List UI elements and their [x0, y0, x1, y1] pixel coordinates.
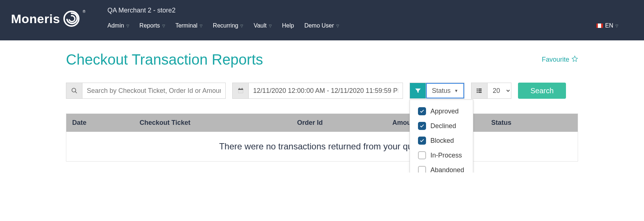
date-range-input[interactable]: [249, 83, 403, 98]
title-row: Checkout Transaction Reports Favourite: [66, 51, 578, 68]
brand-name: Moneris: [11, 12, 60, 26]
nav-vault[interactable]: Vault▽: [253, 22, 271, 29]
chevron-down-icon: ▽: [200, 24, 203, 28]
nav-help[interactable]: Help: [282, 22, 294, 29]
svg-rect-9: [478, 88, 482, 90]
chevron-down-icon: ▽: [162, 24, 165, 28]
nav-reports-label: Reports: [140, 22, 160, 29]
checkbox-icon: [418, 151, 426, 159]
results-table: Date Checkout Ticket Order Id Amount Sta…: [66, 113, 578, 162]
checkbox-icon: [418, 137, 426, 145]
search-button[interactable]: Search: [518, 83, 566, 99]
status-option-label: In-Process: [430, 152, 462, 159]
chevron-down-icon: ▽: [615, 24, 618, 28]
filter-bar: Status ▼ ApprovedDeclinedBlockedIn-Proce…: [66, 83, 578, 99]
app-header: Moneris ® QA Merchant 2 - store2 Admin▽ …: [0, 0, 644, 40]
page-title: Checkout Transaction Reports: [66, 51, 263, 68]
status-option-label: Blocked: [430, 137, 454, 145]
svg-point-1: [72, 88, 76, 92]
th-date: Date: [72, 119, 140, 127]
flag-icon: [596, 23, 603, 28]
store-name: QA Merchant 2 - store2: [107, 7, 633, 14]
svg-rect-11: [478, 90, 482, 91]
status-option-label: Approved: [430, 108, 459, 115]
nav-recurring[interactable]: Recurring▽: [213, 22, 243, 29]
status-option[interactable]: Approved: [418, 107, 465, 115]
status-option-label: Abandoned: [430, 166, 464, 173]
search-input[interactable]: [82, 83, 225, 98]
favourite-label: Favourite: [542, 56, 569, 64]
status-dropdown-menu: ApprovedDeclinedBlockedIn-ProcessAbandon…: [410, 99, 473, 173]
chevron-down-icon: ▽: [240, 24, 243, 28]
svg-rect-13: [478, 92, 482, 93]
svg-rect-8: [477, 88, 478, 90]
favourite-link[interactable]: Favourite: [542, 55, 578, 64]
th-ticket: Checkout Ticket: [140, 119, 297, 127]
nav-reports[interactable]: Reports▽: [140, 22, 165, 29]
checkbox-icon: [418, 122, 426, 130]
swirl-icon: [63, 10, 80, 27]
nav-terminal-label: Terminal: [175, 22, 197, 29]
language-selector[interactable]: EN ▽: [596, 22, 618, 29]
nav-help-label: Help: [282, 22, 294, 29]
brand-logo: Moneris ®: [11, 10, 85, 27]
svg-rect-5: [238, 90, 243, 93]
chevron-down-icon: ▽: [126, 24, 129, 28]
registered-icon: ®: [83, 10, 85, 14]
search-icon: [66, 83, 82, 98]
status-option[interactable]: Abandoned: [418, 166, 465, 173]
calendar-icon: [233, 83, 249, 98]
nav-user-label: Demo User: [304, 22, 334, 29]
status-dropdown-button[interactable]: Status ▼: [426, 83, 464, 98]
nav-recurring-label: Recurring: [213, 22, 238, 29]
date-input-group: [232, 83, 403, 99]
filter-icon: [410, 83, 426, 98]
status-option[interactable]: In-Process: [418, 151, 465, 159]
svg-line-2: [75, 91, 77, 93]
star-icon: [571, 55, 578, 64]
status-input-group: Status ▼: [410, 83, 465, 99]
caret-down-icon: ▼: [454, 88, 458, 93]
status-label: Status: [432, 87, 451, 95]
page-content: Checkout Transaction Reports Favourite: [0, 40, 644, 173]
table-header: Date Checkout Ticket Order Id Amount Sta…: [66, 114, 578, 132]
chevron-down-icon: ▽: [269, 24, 272, 28]
nav-admin-label: Admin: [107, 22, 124, 29]
nav-terminal[interactable]: Terminal▽: [175, 22, 203, 29]
language-label: EN: [605, 22, 613, 29]
checkbox-icon: [418, 107, 426, 115]
status-option[interactable]: Declined: [418, 122, 465, 130]
list-icon: [471, 83, 488, 98]
page-size-select[interactable]: 20: [488, 83, 511, 98]
main-nav: Admin▽ Reports▽ Terminal▽ Recurring▽ Vau…: [107, 22, 633, 29]
empty-message: There were no transactions returned from…: [66, 132, 578, 161]
nav-user[interactable]: Demo User▽: [304, 22, 339, 29]
chevron-down-icon: ▽: [336, 24, 339, 28]
header-right: QA Merchant 2 - store2 Admin▽ Reports▽ T…: [107, 7, 633, 29]
status-option-label: Declined: [430, 122, 456, 130]
th-status: Status: [491, 119, 572, 127]
svg-rect-12: [477, 92, 478, 93]
status-filter-wrapper: Status ▼ ApprovedDeclinedBlockedIn-Proce…: [410, 83, 465, 99]
checkbox-icon: [418, 166, 426, 173]
page-size-group: 20: [471, 83, 511, 99]
svg-rect-10: [477, 90, 478, 91]
status-option[interactable]: Blocked: [418, 137, 465, 145]
search-input-group: [66, 83, 226, 99]
nav-vault-label: Vault: [253, 22, 266, 29]
nav-admin[interactable]: Admin▽: [107, 22, 129, 29]
th-order: Order Id: [297, 119, 392, 127]
